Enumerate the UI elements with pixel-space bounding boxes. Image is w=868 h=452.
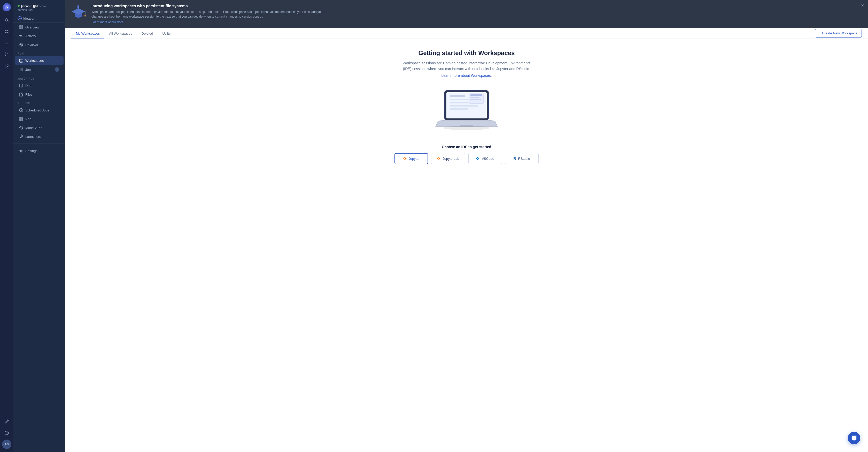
jupyter-icon: ⟳ <box>403 156 407 161</box>
sidebar-item-files[interactable]: Files <box>15 90 64 98</box>
svg-point-12 <box>5 53 6 54</box>
create-new-workspace-button[interactable]: + Create New Workspace <box>815 29 862 37</box>
search-icon[interactable] <box>2 16 11 25</box>
svg-rect-53 <box>450 95 465 97</box>
svg-point-24 <box>21 44 22 46</box>
svg-point-23 <box>20 43 23 46</box>
chat-fab-button[interactable] <box>848 432 860 444</box>
banner-learn-more-link[interactable]: Learn more at our docs <box>91 21 123 24</box>
getting-started-description: Workspace sessions are Domino hosted Int… <box>402 60 531 72</box>
sidebar-item-activity[interactable]: Activity <box>15 32 64 40</box>
svg-point-33 <box>21 69 22 70</box>
svg-point-1 <box>6 6 7 7</box>
jobs-badge[interactable]: + <box>55 67 59 72</box>
git-icon[interactable] <box>2 50 11 59</box>
laptop-illustration <box>433 85 500 137</box>
ideation-label: Ideation <box>23 17 35 21</box>
rstudio-icon: R <box>513 157 516 161</box>
sidebar-user: domino-user <box>18 8 61 11</box>
svg-point-59 <box>443 126 490 130</box>
svg-point-36 <box>21 70 22 71</box>
domino-logo[interactable] <box>3 3 11 11</box>
svg-point-2 <box>7 7 8 8</box>
learn-more-workspaces-link[interactable]: Learn more about Workspaces. <box>441 74 492 78</box>
sidebar-item-settings[interactable]: Settings <box>15 147 64 155</box>
current-project-item[interactable]: ◎ Ideation <box>13 14 65 23</box>
sidebar-item-app[interactable]: App <box>15 115 64 123</box>
svg-marker-46 <box>71 8 85 15</box>
sidebar-item-workspaces[interactable]: Workspaces <box>15 56 64 65</box>
ide-choose-label: Choose an IDE to get started <box>442 145 491 149</box>
sidebar-item-reviews[interactable]: Reviews <box>15 40 64 49</box>
layers-icon[interactable] <box>2 38 11 48</box>
sidebar-item-model-apis[interactable]: Model APIs <box>15 123 64 132</box>
sidebar-item-data[interactable]: Data <box>15 81 64 90</box>
vscode-icon: ❖ <box>476 156 479 161</box>
banner-close-button[interactable]: × <box>861 3 864 8</box>
svg-rect-21 <box>20 27 21 29</box>
banner-text-content: Introducing workspaces with persistent f… <box>91 4 862 24</box>
persistent-fs-banner: Introducing workspaces with persistent f… <box>65 0 868 28</box>
banner-illustration <box>69 4 87 22</box>
svg-point-34 <box>22 69 23 70</box>
ide-buttons-container: ⟳ Jupyter ⟳ JupyterLab ❖ VSCode R RStudi… <box>395 153 538 164</box>
reviews-icon <box>19 43 23 47</box>
app-icon <box>19 117 23 121</box>
tab-deleted[interactable]: Deleted <box>137 28 158 39</box>
tab-utility[interactable]: Utility <box>158 28 175 39</box>
section-publish-label: PUBLISH <box>13 99 65 106</box>
svg-rect-57 <box>450 108 468 110</box>
svg-point-3 <box>5 19 8 21</box>
getting-started-title: Getting started with Workspaces <box>418 49 515 57</box>
section-materials-label: MATERIALS <box>13 74 65 81</box>
svg-rect-42 <box>20 119 21 121</box>
svg-rect-20 <box>22 25 23 27</box>
workspaces-icon <box>19 58 23 63</box>
sidebar-item-launchers[interactable]: Launchers <box>15 132 64 141</box>
sidebar-item-jobs[interactable]: Jobs + <box>15 65 64 74</box>
svg-point-38 <box>20 84 23 85</box>
project-name: power-gener... <box>18 4 61 8</box>
chat-fab-icon <box>851 435 857 441</box>
svg-point-32 <box>20 69 21 70</box>
create-btn-label: + Create New Workspace <box>819 31 858 35</box>
sidebar-item-scheduled-jobs[interactable]: Scheduled Jobs <box>15 106 64 114</box>
sidebar-item-overview[interactable]: Overview <box>15 23 64 31</box>
svg-point-37 <box>22 70 23 71</box>
main-content: Introducing workspaces with persistent f… <box>65 0 868 452</box>
nav-rail: AS <box>0 0 13 452</box>
grid-icon[interactable] <box>2 27 11 36</box>
svg-rect-6 <box>7 30 8 31</box>
user-avatar[interactable]: AS <box>2 440 11 449</box>
svg-rect-55 <box>450 102 470 104</box>
launchers-icon <box>19 135 23 139</box>
ide-button-jupyterlab[interactable]: ⟳ JupyterLab <box>431 153 465 164</box>
workspaces-content: My Workspaces All Workspaces Deleted Uti… <box>65 28 868 452</box>
help-icon[interactable] <box>2 428 11 437</box>
activity-icon <box>19 34 23 38</box>
tab-all-workspaces[interactable]: All Workspaces <box>104 28 137 39</box>
overview-icon <box>19 25 23 29</box>
svg-rect-63 <box>470 99 481 100</box>
wrench-icon[interactable] <box>2 417 11 426</box>
svg-rect-56 <box>450 105 478 107</box>
svg-point-35 <box>20 70 21 71</box>
svg-rect-5 <box>5 30 6 31</box>
tab-my-workspaces[interactable]: My Workspaces <box>71 28 104 39</box>
svg-rect-25 <box>20 59 23 62</box>
svg-rect-8 <box>7 32 8 33</box>
svg-rect-11 <box>5 44 8 44</box>
section-run-label: RUN <box>13 49 65 56</box>
svg-point-16 <box>6 65 6 65</box>
svg-rect-9 <box>5 42 8 43</box>
ide-button-rstudio[interactable]: R RStudio <box>505 153 538 164</box>
sidebar-header: power-gener... domino-user <box>13 0 65 14</box>
banner-title: Introducing workspaces with persistent f… <box>91 4 862 8</box>
svg-rect-19 <box>20 25 21 27</box>
banner-description: Workspaces are now persistent developmen… <box>91 9 324 19</box>
ide-button-vscode[interactable]: ❖ VSCode <box>468 153 502 164</box>
svg-point-30 <box>21 68 22 69</box>
tag-icon[interactable] <box>2 61 11 70</box>
ideation-icon: ◎ <box>18 16 22 21</box>
ide-button-jupyter[interactable]: ⟳ Jupyter <box>395 153 428 164</box>
